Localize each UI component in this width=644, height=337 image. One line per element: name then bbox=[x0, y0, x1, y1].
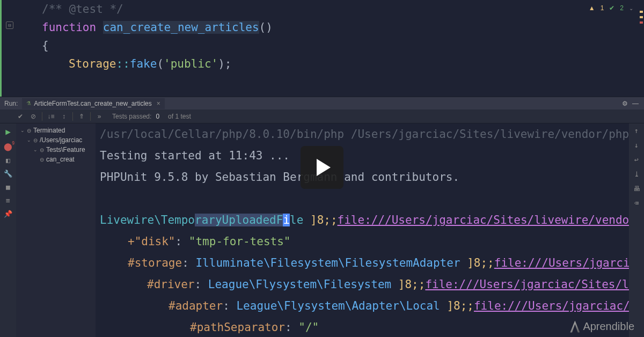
console-output[interactable]: /usr/local/Cellar/php/8.0.10/bin/php /Us… bbox=[96, 123, 629, 337]
console-line bbox=[100, 188, 629, 209]
test-icon: ⚗ bbox=[26, 100, 31, 106]
separator bbox=[72, 112, 73, 121]
run-tab-label: ArticleFormTest.can_create_new_articles bbox=[34, 100, 151, 107]
tests-passed-count: 0 bbox=[156, 113, 159, 120]
clear-icon[interactable]: ⌫ bbox=[634, 199, 639, 207]
console-line: #storage: Illuminate\Filesystem\Filesyst… bbox=[100, 252, 629, 274]
video-play-button[interactable] bbox=[301, 146, 343, 189]
tree-root[interactable]: ⌄ ⊖ Terminated bbox=[16, 126, 96, 135]
stop-icon[interactable]: ⬤9 bbox=[4, 142, 12, 151]
collapse-icon[interactable]: ⊟ bbox=[6, 21, 13, 29]
disable-icon[interactable]: ⊘ bbox=[29, 113, 38, 120]
play-icon bbox=[317, 159, 331, 176]
warning-count: 1 bbox=[601, 4, 604, 12]
console-line: #driver: League\Flysystem\Filesystem ]8;… bbox=[100, 274, 629, 295]
terminated-icon: ⊖ bbox=[40, 147, 44, 153]
check-count: 2 bbox=[620, 4, 624, 12]
tests-total: of 1 test bbox=[168, 113, 191, 120]
tests-passed-label: Tests passed: bbox=[112, 113, 151, 120]
run-label: Run: bbox=[4, 100, 18, 107]
console-line: #adapter: League\Flysystem\Adapter\Local… bbox=[100, 295, 629, 317]
pin-icon[interactable]: 📌 bbox=[4, 210, 12, 218]
editor-pane[interactable]: ⊟ ▲ 1 ✔ 2 ⌄ /** @test */ function can_cr… bbox=[0, 0, 644, 97]
watermark: Aprendible bbox=[570, 320, 634, 333]
chevron-down-icon[interactable]: ⌄ bbox=[33, 147, 38, 152]
check-icon[interactable]: ✔ bbox=[16, 113, 25, 120]
tree-item[interactable]: ⌄ ⊖ Tests\Feature bbox=[16, 145, 96, 155]
list-icon[interactable]: ≡ bbox=[6, 196, 10, 204]
test-toolbar: ✔ ⊘ ↓≡ ↕ ⇑ » Tests passed: 0 of 1 test bbox=[0, 109, 644, 123]
play-icon[interactable]: ▶ bbox=[5, 127, 11, 137]
console-line: PHPUnit 9.5.8 by Sebastian Bergmann and … bbox=[100, 166, 629, 188]
editor-gutter: ⊟ bbox=[2, 0, 18, 97]
run-toolbar: Run: ⚗ ArticleFormTest.can_create_new_ar… bbox=[0, 97, 644, 109]
logo-icon bbox=[570, 321, 580, 333]
check-icon: ✔ bbox=[609, 4, 614, 12]
chevron-down-icon[interactable]: ⌄ bbox=[20, 128, 25, 133]
minimize-icon[interactable]: — bbox=[632, 100, 639, 107]
chevron-down-icon[interactable]: ⌄ bbox=[629, 5, 633, 11]
print-icon[interactable]: 🖶 bbox=[633, 185, 640, 193]
gear-icon[interactable]: ⚙ bbox=[622, 100, 628, 107]
collapse-icon[interactable]: ⇑ bbox=[77, 113, 86, 120]
terminated-icon: ⊖ bbox=[40, 157, 44, 163]
up-arrow-icon[interactable]: ↑ bbox=[634, 127, 639, 135]
expand-icon[interactable]: ↕ bbox=[60, 113, 68, 120]
file-link[interactable]: file:///Users/jgarciac/Sites/live bbox=[425, 278, 629, 291]
file-link[interactable]: file:///Users/jgarciac/Sites/livewire/ve… bbox=[338, 214, 629, 226]
tree-item[interactable]: ⊖ can_creat bbox=[16, 155, 96, 164]
console-line: /usr/local/Cellar/php/8.0.10/bin/php /Us… bbox=[100, 123, 629, 145]
down-arrow-icon[interactable]: ↓ bbox=[634, 141, 639, 149]
sort-icon[interactable]: ↓≡ bbox=[47, 113, 55, 120]
code-line[interactable]: /** @test */ bbox=[20, 0, 644, 18]
run-left-rail: ▶ ⬤9 ◧ 🔧 ■ ≡ 📌 bbox=[0, 123, 16, 337]
scroll-icon[interactable]: ⤓ bbox=[634, 170, 640, 178]
console-line: Testing started at 11:43 ... bbox=[100, 145, 629, 166]
code-line[interactable]: { bbox=[20, 36, 644, 55]
terminated-icon: ⊖ bbox=[27, 128, 31, 134]
console-line: +"disk": "tmp-for-tests" bbox=[100, 231, 629, 252]
console-line: #pathSeparator: "/" bbox=[100, 317, 629, 337]
stop-square-icon[interactable]: ■ bbox=[6, 183, 10, 191]
test-tree[interactable]: ⌄ ⊖ Terminated ⌄ ⊖ /Users/jgarciac ⌄ ⊖ T… bbox=[16, 123, 96, 337]
run-config-tab[interactable]: ⚗ ArticleFormTest.can_create_new_article… bbox=[22, 98, 164, 109]
warning-icon: ▲ bbox=[589, 4, 595, 12]
scrollbar-markers bbox=[639, 0, 644, 97]
console-right-rail: ↑ ↓ ↩ ⤓ 🖶 ⌫ bbox=[629, 123, 644, 337]
wrench-icon[interactable]: 🔧 bbox=[4, 170, 12, 178]
terminated-icon: ⊖ bbox=[33, 137, 38, 143]
chevron-down-icon[interactable]: ⌄ bbox=[27, 137, 31, 143]
file-link[interactable]: file:///Users/jgarciac/Site bbox=[474, 299, 629, 312]
layout-icon[interactable]: ◧ bbox=[6, 156, 10, 164]
tree-item[interactable]: ⌄ ⊖ /Users/jgarciac bbox=[16, 135, 96, 145]
separator bbox=[42, 112, 42, 121]
chevron-right-icon[interactable]: » bbox=[95, 113, 104, 120]
separator bbox=[90, 112, 91, 121]
wrap-icon[interactable]: ↩ bbox=[634, 156, 639, 164]
code-line[interactable]: function can_create_new_articles() bbox=[20, 18, 644, 36]
code-line[interactable]: Storage::fake('public'); bbox=[20, 55, 644, 73]
close-icon[interactable]: × bbox=[157, 100, 160, 107]
file-link[interactable]: file:///Users/jgarciac bbox=[494, 257, 629, 269]
console-line: Livewire\TemporaryUploadedFile ]8;;file:… bbox=[100, 209, 629, 231]
inspections-widget[interactable]: ▲ 1 ✔ 2 ⌄ bbox=[589, 4, 633, 12]
